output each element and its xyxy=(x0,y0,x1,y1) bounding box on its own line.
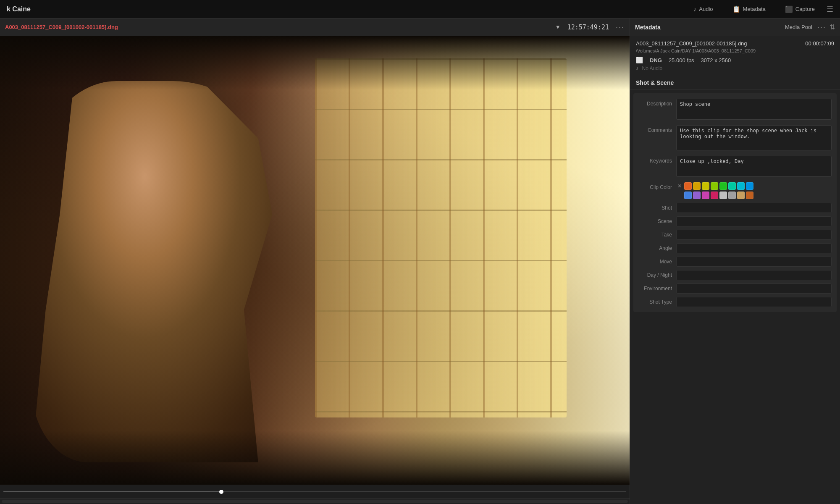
day-night-input[interactable] xyxy=(676,270,832,280)
window-light-effect xyxy=(315,58,567,417)
clip-info-row1: A003_08111257_C009_[001002-001185].dng 0… xyxy=(636,40,834,47)
environment-row: Environment xyxy=(633,282,837,295)
audio-tab-label: Audio xyxy=(699,6,713,12)
color-swatch-yellow[interactable] xyxy=(702,182,709,190)
shot-input[interactable] xyxy=(676,203,832,213)
app-title: k Caine xyxy=(7,5,690,13)
color-swatch-cyan[interactable] xyxy=(737,182,745,190)
comments-value: Use this clip for the shop scene when Ja… xyxy=(676,125,832,152)
video-area xyxy=(0,36,630,485)
take-row: Take xyxy=(633,228,837,242)
scene-row: Scene xyxy=(633,215,837,228)
color-row-1: ✕ xyxy=(676,182,832,190)
description-value: Shop scene xyxy=(676,99,832,121)
day-night-row: Day / Night xyxy=(633,268,837,282)
move-row: Move xyxy=(633,255,837,268)
color-swatch-teal[interactable] xyxy=(728,182,736,190)
sidebar-toggle-icon[interactable]: ☰ xyxy=(827,5,833,14)
video-frame xyxy=(0,36,630,485)
shot-type-label: Shot Type xyxy=(638,299,676,305)
description-input[interactable]: Shop scene xyxy=(676,99,832,120)
angle-row: Angle xyxy=(633,242,837,255)
color-swatch-orange[interactable] xyxy=(684,182,692,190)
color-swatch-pink[interactable] xyxy=(711,192,718,199)
media-pool-button[interactable]: Media Pool xyxy=(785,24,812,30)
take-input[interactable] xyxy=(676,230,832,240)
capture-tab-icon: ⬛ xyxy=(785,5,793,13)
color-clear-button[interactable]: ✕ xyxy=(676,183,683,189)
audio-icon: ♪ xyxy=(636,65,639,71)
audio-label: No Audio xyxy=(642,66,663,71)
format-label: DNG xyxy=(650,57,662,63)
take-label: Take xyxy=(638,232,676,238)
clip-full-name: A003_08111257_C009_[001002-001185].dng xyxy=(636,40,747,47)
color-swatch-magenta[interactable] xyxy=(702,192,709,199)
metadata-panel-title: Metadata xyxy=(635,24,785,31)
keywords-label: Keywords xyxy=(638,156,676,164)
color-swatch-purple[interactable] xyxy=(693,192,701,199)
inner-metadata-panel: Description Shop scene Comments Use this… xyxy=(633,93,837,312)
tab-metadata[interactable]: 📋 Metadata xyxy=(729,4,769,15)
timecode-display: 12:57:49:21 xyxy=(567,24,609,31)
shot-row: Shot xyxy=(633,201,837,215)
shot-label: Shot xyxy=(638,205,676,211)
metadata-tab-label: Metadata xyxy=(743,6,766,12)
angle-input[interactable] xyxy=(676,243,832,253)
move-input[interactable] xyxy=(676,257,832,267)
scrollbar-track[interactable] xyxy=(2,500,628,503)
scrubber-area xyxy=(0,485,630,498)
color-swatch-brown[interactable] xyxy=(746,192,753,199)
scrubber-track[interactable] xyxy=(3,491,626,492)
color-row-2 xyxy=(676,192,832,199)
color-swatch-sky[interactable] xyxy=(746,182,753,190)
expand-collapse-button[interactable]: ⇅ xyxy=(830,23,835,31)
keywords-input[interactable]: Close up ,locked, Day xyxy=(676,156,832,177)
shot-scene-header: Shot & Scene xyxy=(630,75,840,90)
scene-label: Scene xyxy=(638,218,676,224)
clip-tech-row: ⬜ DNG 25.000 fps 3072 x 2560 xyxy=(636,57,834,63)
color-swatch-tan[interactable] xyxy=(737,192,745,199)
color-swatch-green[interactable] xyxy=(719,182,727,190)
shot-type-input[interactable] xyxy=(676,297,832,307)
environment-label: Environment xyxy=(638,286,676,291)
shot-scene-body: Description Shop scene Comments Use this… xyxy=(630,90,840,504)
right-panel-header: Metadata Media Pool ··· ⇅ xyxy=(630,18,840,36)
color-swatch-blue[interactable] xyxy=(684,192,692,199)
viewer-panel: A003_08111257_C009_[001002-001185].dng ▼… xyxy=(0,18,630,504)
color-swatch-gray[interactable] xyxy=(728,192,736,199)
environment-input[interactable] xyxy=(676,284,832,294)
scrubber-handle[interactable] xyxy=(219,490,223,494)
comments-input[interactable]: Use this clip for the shop scene when Ja… xyxy=(676,125,832,150)
clip-dropdown-arrow[interactable]: ▼ xyxy=(555,24,561,30)
format-icon: ⬜ xyxy=(636,57,643,63)
right-panel: Metadata Media Pool ··· ⇅ A003_08111257_… xyxy=(630,18,840,504)
keywords-value: Close up ,locked, Day xyxy=(676,156,832,178)
clip-duration: 00:00:07:09 xyxy=(805,40,834,47)
clip-path: /Volumes/A Jack Cain/DAY 1/A003/A003_081… xyxy=(636,48,834,53)
move-label: Move xyxy=(638,259,676,265)
fps-value: 25.000 fps xyxy=(669,57,694,63)
clip-name-label: A003_08111257_C009_[001002-001185].dng xyxy=(5,24,553,30)
comments-row: Comments Use this clip for the shop scen… xyxy=(633,123,837,154)
color-row2-spacer xyxy=(676,192,683,199)
tab-audio[interactable]: ♪ Audio xyxy=(690,4,717,15)
color-swatch-amber[interactable] xyxy=(693,182,701,190)
tab-capture[interactable]: ⬛ Capture xyxy=(782,4,818,15)
keywords-row: Keywords Close up ,locked, Day xyxy=(633,154,837,180)
scene-input[interactable] xyxy=(676,216,832,226)
clip-color-row: Clip Color ✕ xyxy=(633,180,837,201)
scrubber-progress xyxy=(3,491,221,492)
frame-vignette-top xyxy=(0,36,630,90)
clip-color-label: Clip Color xyxy=(638,182,676,190)
color-swatch-lightgray[interactable] xyxy=(719,192,727,199)
frame-vignette-bottom xyxy=(0,431,630,485)
color-swatch-lime[interactable] xyxy=(711,182,718,190)
right-panel-options-button[interactable]: ··· xyxy=(817,23,826,32)
color-swatches-area: ✕ xyxy=(676,182,832,199)
angle-label: Angle xyxy=(638,245,676,251)
top-tabs: ♪ Audio 📋 Metadata ⬛ Capture xyxy=(690,4,818,15)
clip-info-section: A003_08111257_C009_[001002-001185].dng 0… xyxy=(630,36,840,75)
description-row: Description Shop scene xyxy=(633,97,837,123)
viewer-options-button[interactable]: ··· xyxy=(616,23,625,32)
comments-label: Comments xyxy=(638,125,676,133)
